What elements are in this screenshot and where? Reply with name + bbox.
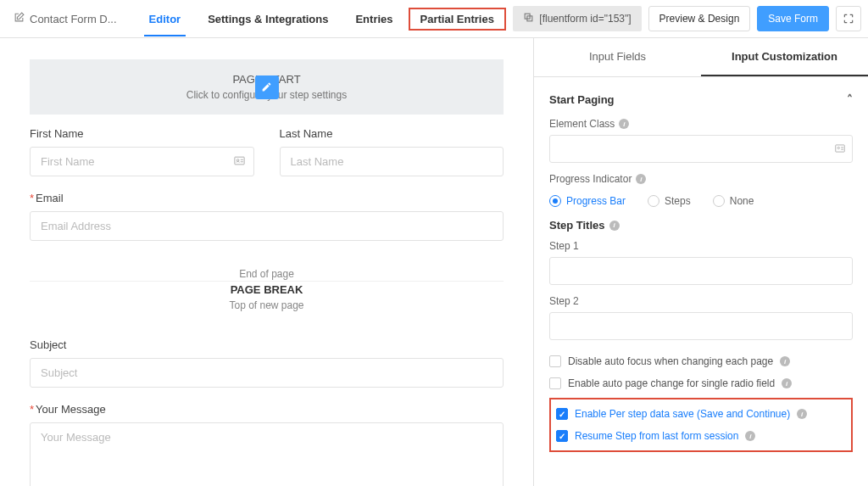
info-icon: i <box>745 431 755 441</box>
svg-rect-2 <box>234 157 243 165</box>
progress-indicator-label: Progress Indicator i <box>549 173 853 185</box>
sidebar-tabs: Input Fields Input Customization <box>534 38 868 77</box>
customization-panel: Start Paging ˄ Element Class i Progress … <box>534 77 868 462</box>
page-break-bottom: Top of new page <box>30 298 504 313</box>
top-right: [fluentform id="153"] Preview & Design S… <box>513 6 861 31</box>
step2-input[interactable] <box>549 312 853 340</box>
last-name-field[interactable] <box>280 147 504 176</box>
save-form-button[interactable]: Save Form <box>757 6 829 31</box>
first-name-field[interactable] <box>30 147 254 176</box>
form-name[interactable]: Contact Form D... <box>7 12 124 25</box>
info-icon: i <box>609 221 620 231</box>
check-auto-page-change[interactable]: Enable auto page change for single radio… <box>549 372 853 394</box>
shortcode-text: [fluentform id="153"] <box>539 13 631 25</box>
info-icon: i <box>780 356 790 366</box>
element-class-input[interactable] <box>549 135 853 163</box>
tab-input-fields[interactable]: Input Fields <box>534 38 701 76</box>
subject-field[interactable] <box>30 358 504 388</box>
sidebar: Input Fields Input Customization Start P… <box>533 38 868 486</box>
page-break-top: End of page <box>30 266 504 282</box>
email-label: *Email <box>30 192 504 204</box>
edit-icon[interactable] <box>255 75 279 99</box>
svg-point-3 <box>236 159 239 161</box>
section-title: Start Paging <box>549 93 615 106</box>
page-start-block[interactable]: PAGE START Click to configure your step … <box>30 59 504 115</box>
tab-partial-entries[interactable]: Partial Entries <box>409 8 506 31</box>
top-bar: Contact Form D... Editor Settings & Inte… <box>0 0 868 38</box>
last-name-label: Last Name <box>280 127 504 140</box>
message-field[interactable] <box>30 422 504 486</box>
preview-button[interactable]: Preview & Design <box>648 6 751 31</box>
message-label: *Your Message <box>30 403 504 416</box>
header-tabs: Editor Settings & Integrations Entries P… <box>136 3 508 36</box>
card-icon <box>233 154 246 170</box>
subject-label: Subject <box>30 338 504 351</box>
radio-progress-bar[interactable]: Progress Bar <box>549 195 626 207</box>
check-resume-step[interactable]: Resume Step from last form session i <box>556 425 846 447</box>
step1-label: Step 1 <box>549 240 853 252</box>
progress-options: Progress Bar Steps None <box>549 190 853 219</box>
step1-input[interactable] <box>549 257 853 285</box>
element-class-label: Element Class i <box>549 118 853 130</box>
name-row: First Name Last Name <box>30 127 504 176</box>
check-disable-autofocus[interactable]: Disable auto focus when changing each pa… <box>549 350 853 372</box>
tab-entries[interactable]: Entries <box>342 3 406 36</box>
top-left: Contact Form D... Editor Settings & Inte… <box>7 3 508 36</box>
tab-settings[interactable]: Settings & Integrations <box>194 3 342 36</box>
tab-editor[interactable]: Editor <box>136 3 195 36</box>
highlighted-checks: Enable Per step data save (Save and Cont… <box>549 398 853 452</box>
check-per-step-save[interactable]: Enable Per step data save (Save and Cont… <box>556 403 846 425</box>
tab-input-customization[interactable]: Input Customization <box>701 38 868 76</box>
step-titles-label: Step Titles i <box>549 219 853 232</box>
info-icon: i <box>782 378 792 388</box>
info-icon: i <box>797 409 807 419</box>
form-canvas: PAGE START Click to configure your step … <box>0 38 533 486</box>
start-paging-header[interactable]: Start Paging ˄ <box>549 87 853 118</box>
form-name-text: Contact Form D... <box>30 13 117 25</box>
info-icon: i <box>636 174 646 184</box>
svg-point-5 <box>837 147 839 148</box>
chevron-up-icon: ˄ <box>847 92 853 106</box>
copy-icon <box>523 12 534 25</box>
first-name-label: First Name <box>30 127 254 140</box>
page-break-block[interactable]: End of page PAGE BREAK Top of new page <box>30 256 504 323</box>
pencil-icon <box>14 12 25 25</box>
email-field[interactable] <box>30 211 504 241</box>
shortcode-box[interactable]: [fluentform id="153"] <box>513 6 641 31</box>
info-icon: i <box>619 119 629 129</box>
svg-rect-4 <box>836 145 845 152</box>
radio-steps[interactable]: Steps <box>648 195 691 207</box>
radio-none[interactable]: None <box>713 195 754 207</box>
page-break-title: PAGE BREAK <box>30 282 504 298</box>
step2-label: Step 2 <box>549 295 853 307</box>
fullscreen-button[interactable] <box>836 6 861 31</box>
card-icon <box>834 142 846 157</box>
main: PAGE START Click to configure your step … <box>0 38 868 486</box>
